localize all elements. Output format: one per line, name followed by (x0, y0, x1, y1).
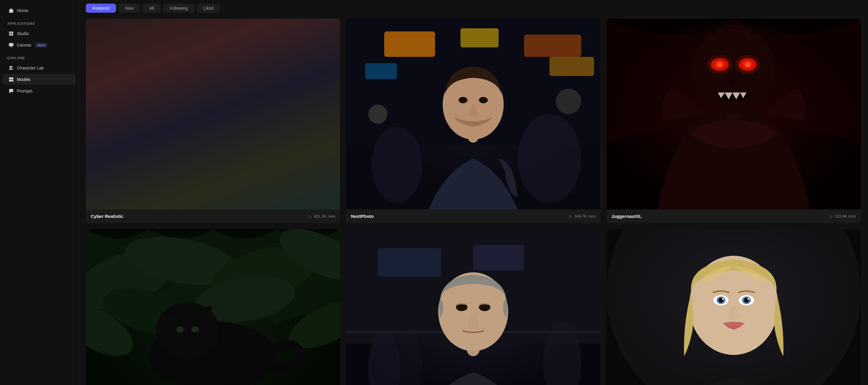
explore-section-label: Explore (0, 51, 78, 62)
play-icon-cyber-realistic: ▷ (308, 214, 312, 218)
sidebar-home-label: Home (17, 8, 28, 13)
model-card-image-darknature (86, 229, 340, 385)
model-name-nextphoto: NextPhoto (351, 214, 374, 219)
svg-point-18 (168, 171, 257, 210)
svg-rect-24 (246, 154, 264, 157)
svg-rect-8 (9, 78, 11, 79)
model-card-image-juggernautxl (607, 19, 861, 210)
sidebar-models-label: Models (17, 77, 31, 82)
tab-featured[interactable]: Featured (86, 4, 116, 13)
svg-rect-23 (248, 155, 262, 173)
svg-rect-29 (524, 35, 581, 57)
svg-point-14 (159, 121, 191, 184)
model-card-info-cyber-realistic: Cyber Realistic ▷ 601.5K runs (86, 210, 340, 223)
svg-point-21 (200, 96, 208, 101)
svg-point-32 (368, 104, 388, 124)
svg-rect-19 (209, 111, 217, 133)
tab-following[interactable]: Following (163, 4, 194, 13)
svg-point-89 (747, 298, 749, 300)
model-card-nextphoto[interactable]: NextPhoto ▷ 349.7K runs (346, 19, 600, 223)
model-card-portraitmaster[interactable]: PortraitMaster ▷ 176.8K runs (607, 229, 861, 385)
svg-point-88 (722, 298, 723, 300)
tab-all[interactable]: All (143, 4, 161, 13)
model-card-info-nextphoto: NextPhoto ▷ 349.7K runs (346, 210, 600, 223)
svg-point-38 (459, 97, 468, 103)
sidebar-prompts-label: Prompts (17, 89, 33, 93)
model-name-juggernautxl: JuggernautXL (612, 214, 642, 219)
model-card-image-cyber-realistic (86, 19, 340, 210)
svg-point-33 (556, 89, 581, 114)
svg-rect-69 (378, 248, 441, 277)
svg-point-20 (186, 69, 240, 133)
svg-point-15 (264, 82, 315, 184)
svg-point-16 (296, 107, 334, 184)
svg-point-49 (707, 55, 732, 74)
svg-rect-27 (384, 31, 435, 57)
sidebar-item-character-lab[interactable]: Character Lab (2, 63, 76, 73)
svg-point-50 (735, 55, 761, 74)
svg-rect-0 (9, 32, 11, 33)
play-icon-nextphoto: ▷ (569, 214, 573, 218)
svg-rect-4 (9, 43, 13, 46)
sidebar-item-prompts[interactable]: Prompts (2, 86, 76, 96)
model-card-darknature[interactable]: DarkNature ▷ 88.2K runs (86, 229, 340, 385)
play-icon-juggernautxl: ▷ (829, 214, 833, 218)
model-card-cyber-realistic[interactable]: Cyber Realistic ▷ 601.5K runs (86, 19, 340, 223)
svg-point-34 (371, 127, 422, 203)
model-card-image-portraitmaster (607, 229, 861, 385)
canvas-alpha-badge: alpha (35, 43, 47, 47)
sidebar-item-home[interactable]: Home (2, 5, 76, 16)
model-runs-juggernautxl: ▷ 133.9K runs (829, 214, 856, 219)
character-lab-icon (8, 65, 14, 71)
model-name-cyber-realistic: Cyber Realistic (91, 214, 123, 219)
home-icon (8, 8, 14, 13)
main-content: Featured New All Following Liked (79, 0, 868, 385)
svg-point-62 (176, 326, 184, 333)
svg-rect-2 (9, 34, 11, 35)
svg-rect-30 (365, 63, 397, 79)
model-runs-nextphoto: ▷ 349.7K runs (569, 214, 596, 219)
models-grid: Cyber Realistic ▷ 601.5K runs (86, 19, 861, 385)
sidebar-character-lab-label: Character Lab (17, 66, 44, 70)
canvas-icon (8, 42, 14, 48)
models-icon (8, 77, 14, 82)
svg-rect-11 (11, 80, 13, 81)
svg-rect-70 (473, 245, 524, 270)
sidebar-canvas-label: Canvas (17, 43, 31, 47)
tab-new[interactable]: New (119, 4, 140, 13)
tabs-row: Featured New All Following Liked (86, 0, 861, 19)
model-card-juggernautxl[interactable]: JuggernautXL ▷ 133.9K runs (607, 19, 861, 223)
model-runs-cyber-realistic: ▷ 601.5K runs (308, 214, 335, 219)
svg-point-7 (10, 66, 11, 68)
svg-rect-31 (550, 57, 594, 76)
svg-point-35 (518, 114, 581, 203)
model-card-info-juggernautxl: JuggernautXL ▷ 133.9K runs (607, 210, 861, 223)
model-card-image-realisticvision (346, 229, 600, 385)
sidebar-item-canvas[interactable]: Canvas alpha (2, 40, 76, 51)
prompts-icon (8, 88, 14, 94)
svg-rect-3 (11, 34, 13, 35)
sidebar-item-studio[interactable]: Studio (2, 28, 76, 39)
svg-rect-9 (11, 78, 13, 79)
applications-section-label: Applications (0, 16, 78, 28)
svg-point-22 (218, 96, 225, 101)
svg-rect-1 (11, 32, 13, 33)
svg-point-63 (191, 326, 199, 333)
tab-liked[interactable]: Liked (197, 4, 220, 13)
svg-rect-17 (118, 159, 340, 164)
sidebar: Home Applications Studio Canvas alpha Ex… (0, 0, 79, 385)
svg-point-13 (118, 107, 156, 184)
svg-point-39 (479, 97, 488, 103)
svg-rect-12 (86, 19, 340, 210)
sidebar-item-models[interactable]: Models (2, 74, 76, 85)
svg-rect-28 (461, 28, 499, 47)
svg-rect-10 (9, 80, 11, 81)
studio-icon (8, 31, 14, 36)
model-card-image-nextphoto (346, 19, 600, 210)
sidebar-studio-label: Studio (17, 31, 29, 36)
model-card-realisticvision[interactable]: RealisticVision ▷ 215.4K runs (346, 229, 600, 385)
